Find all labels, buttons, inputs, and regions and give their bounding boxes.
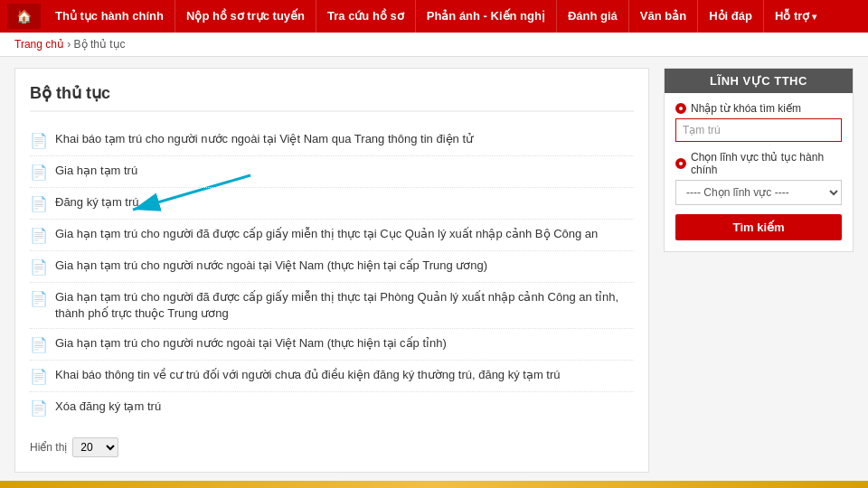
home-button[interactable]: 🏠 <box>7 4 41 29</box>
search-button[interactable]: Tìm kiếm <box>675 214 842 240</box>
show-count-select[interactable]: 10 20 50 100 <box>72 437 118 457</box>
pagination-bar: Hiển thị 10 20 50 100 <box>30 437 634 457</box>
doc-icon: 📄 <box>30 368 48 385</box>
sector-label-text: Chọn lĩnh vực thủ tục hành chính <box>691 151 842 176</box>
sector-label: Chọn lĩnh vực thủ tục hành chính <box>675 151 842 176</box>
keyword-search-input[interactable] <box>675 118 842 142</box>
sidebar: LĨNH VỰC TTHC Nhập từ khóa tìm kiếm Chọn… <box>664 68 854 473</box>
list-item: 📄 Gia hạn tạm trú cho người đã được cấp … <box>30 220 634 251</box>
nav-van-ban[interactable]: Văn bản <box>629 0 698 33</box>
sector-select[interactable]: ---- Chọn lĩnh vực ---- <box>675 180 842 205</box>
sidebar-title: LĨNH VỰC TTHC <box>665 69 853 93</box>
nav-nop-ho-so[interactable]: Nộp hồ sơ trực tuyến <box>175 0 316 33</box>
main-layout: Bộ thủ tục 📄 Khai báo tạm trú cho người … <box>0 57 868 483</box>
nav-tra-cuu[interactable]: Tra cứu hồ sơ <box>316 0 416 33</box>
nav-thu-tuc[interactable]: Thủ tục hành chính <box>44 0 175 33</box>
page-title: Bộ thủ tục <box>30 83 634 112</box>
doc-icon: 📄 <box>30 290 48 307</box>
radio-dot-keyword <box>675 103 686 114</box>
nav-phan-anh[interactable]: Phản ánh - Kiến nghị <box>416 0 557 33</box>
list-item: 📄 Đăng ký tạm trú <box>30 188 634 220</box>
procedure-link[interactable]: Xóa đăng ký tạm trú <box>55 399 161 415</box>
nav-ho-tro[interactable]: Hỗ trợ <box>764 0 827 33</box>
breadcrumb-home[interactable]: Trang chủ <box>14 38 64 51</box>
procedure-link[interactable]: Khai báo thông tin về cư trú đối với ngư… <box>55 367 561 383</box>
sidebar-box: LĨNH VỰC TTHC Nhập từ khóa tìm kiếm Chọn… <box>664 68 854 252</box>
radio-dot-sector <box>675 158 686 169</box>
doc-icon: 📄 <box>30 399 48 417</box>
nav-danh-gia[interactable]: Đánh giá <box>557 0 629 33</box>
content-area: Bộ thủ tục 📄 Khai báo tạm trú cho người … <box>14 68 649 473</box>
procedure-link[interactable]: Khai báo tạm trú cho người nước ngoài tạ… <box>55 131 473 147</box>
doc-icon: 📄 <box>30 164 48 181</box>
keyword-label: Nhập từ khóa tìm kiếm <box>675 102 842 115</box>
show-label: Hiển thị <box>30 441 67 454</box>
procedure-link[interactable]: Gia hạn tạm trú cho người nước ngoài tại… <box>55 258 487 274</box>
gold-bar <box>0 481 868 483</box>
procedure-link[interactable]: Gia hạn tạm trú cho người nước ngoài tại… <box>55 335 447 352</box>
nav-hoi-dap[interactable]: Hỏi đáp <box>698 0 764 33</box>
procedure-link[interactable]: Gia hạn tạm trú <box>55 163 137 179</box>
doc-icon: 📄 <box>30 336 48 353</box>
doc-icon: 📄 <box>30 132 48 149</box>
top-navigation: 🏠 Thủ tục hành chính Nộp hồ sơ trực tuyế… <box>0 0 868 33</box>
doc-icon: 📄 <box>30 195 48 212</box>
procedure-list: 📄 Khai báo tạm trú cho người nước ngoài … <box>30 125 634 423</box>
list-item: 📄 Gia hạn tạm trú <box>30 156 634 188</box>
doc-icon: 📄 <box>30 258 48 276</box>
breadcrumb-separator: › <box>67 38 73 51</box>
procedure-link[interactable]: Gia hạn tạm trú cho người đã được cấp gi… <box>55 289 634 322</box>
list-item: 📄 Gia hạn tạm trú cho người đã được cấp … <box>30 283 634 329</box>
list-item: 📄 Khai báo tạm trú cho người nước ngoài … <box>30 125 634 156</box>
list-item: 📄 Gia hạn tạm trú cho người nước ngoài t… <box>30 329 634 361</box>
list-item: 📄 Gia hạn tạm trú cho người nước ngoài t… <box>30 251 634 283</box>
breadcrumb-current: Bộ thủ tục <box>74 38 126 51</box>
list-item: 📄 Khai báo thông tin về cư trú đối với n… <box>30 361 634 392</box>
list-item: 📄 Xóa đăng ký tạm trú <box>30 392 634 423</box>
procedure-link[interactable]: Gia hạn tạm trú cho người đã được cấp gi… <box>55 226 598 242</box>
keyword-label-text: Nhập từ khóa tìm kiếm <box>691 102 801 115</box>
doc-icon: 📄 <box>30 227 48 244</box>
breadcrumb: Trang chủ › Bộ thủ tục <box>0 33 868 57</box>
procedure-link[interactable]: Đăng ký tạm trú <box>55 194 139 211</box>
